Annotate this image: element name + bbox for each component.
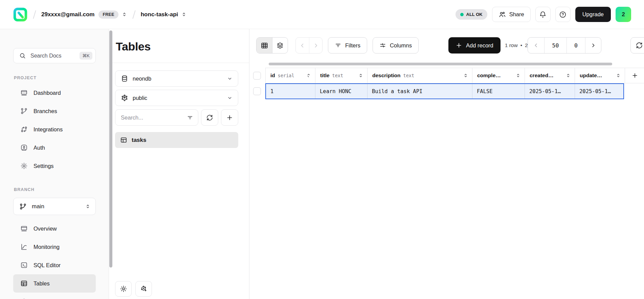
branch-section-label: BRANCH (14, 187, 109, 192)
sidebar-item-auth[interactable]: Auth (13, 138, 96, 157)
breadcrumb-org[interactable]: 29xxxx@gmail.com (41, 11, 94, 18)
column-header-id[interactable]: id serial (265, 68, 315, 83)
gear-icon (120, 285, 127, 293)
project-switcher-chevron-icon[interactable] (181, 12, 187, 17)
forward-button[interactable] (309, 38, 322, 53)
search-docs-input[interactable]: Search Docs ⌘K (13, 48, 96, 63)
page-size-field[interactable]: 50 (544, 38, 567, 53)
sort-icon[interactable] (515, 73, 521, 78)
notification-count-badge[interactable]: 2 (616, 7, 631, 22)
page-title: Tables (109, 29, 249, 63)
filter-icon (187, 114, 193, 121)
org-switcher-chevron-icon[interactable] (121, 12, 127, 17)
page-next-button[interactable] (585, 38, 601, 53)
add-record-label: Add record (466, 42, 493, 49)
selected-branch-label: main (32, 203, 44, 210)
column-header-created[interactable]: created… (525, 68, 575, 83)
filters-label: Filters (345, 42, 360, 49)
pagination-control: 50 0 (528, 37, 601, 54)
filters-button[interactable]: Filters (328, 37, 367, 54)
horizontal-scrollbar[interactable] (269, 63, 612, 65)
layers-view-button[interactable] (272, 38, 288, 53)
refresh-icon (636, 42, 643, 49)
column-header-description[interactable]: description text (367, 68, 472, 83)
add-record-button[interactable]: Add record (448, 37, 501, 54)
columns-label: Columns (390, 42, 412, 49)
help-button[interactable] (555, 7, 571, 22)
column-header-updated[interactable]: update… (575, 68, 625, 83)
export-schema-button[interactable] (135, 281, 152, 297)
schema-download-icon (140, 285, 148, 293)
tables-icon (20, 280, 28, 287)
status-badge[interactable]: ALL OK (456, 9, 487, 20)
table-row: 1 Learn HONC Build a task API FALSE 2025… (249, 83, 644, 99)
row-checkbox[interactable] (253, 87, 261, 95)
branch-selector[interactable]: main (13, 198, 96, 215)
table-name: tasks (132, 137, 146, 144)
sidebar-item-sql-editor[interactable]: SQL Editor (13, 256, 96, 274)
page-prev-button[interactable] (528, 38, 544, 53)
page-offset-field[interactable]: 0 (567, 38, 585, 53)
chevron-down-icon (227, 95, 233, 101)
cell-completed[interactable]: FALSE (472, 84, 525, 99)
notifications-button[interactable] (535, 7, 551, 22)
people-icon (498, 11, 506, 18)
layers-icon (276, 42, 284, 49)
sort-icon[interactable] (358, 73, 363, 78)
add-table-button[interactable] (221, 109, 238, 126)
refresh-data-button[interactable] (630, 37, 644, 54)
top-header: 29xxxx@gmail.com FREE honc-task-api ALL … (0, 0, 644, 29)
add-column-button[interactable] (625, 68, 644, 83)
sort-icon[interactable] (565, 73, 571, 78)
sidebar-item-branches[interactable]: Branches (13, 102, 96, 120)
schema-selector-value: public (133, 95, 147, 101)
sort-icon[interactable] (306, 73, 311, 78)
breadcrumb-project[interactable]: honc-task-api (141, 11, 178, 18)
neon-logo[interactable] (13, 7, 28, 22)
cell-id[interactable]: 1 (266, 84, 315, 99)
keyboard-shortcut-badge: ⌘K (80, 52, 92, 60)
sidebar-item-overview[interactable]: Overview (13, 219, 96, 238)
overview-icon (20, 225, 28, 232)
search-docs-placeholder: Search Docs (30, 53, 75, 59)
cell-description[interactable]: Build a task API (367, 84, 472, 99)
grid-header-row: id serial title text description text (249, 68, 644, 83)
columns-button[interactable]: Columns (373, 37, 419, 54)
back-button[interactable] (296, 38, 309, 53)
column-header-completed[interactable]: comple… (472, 68, 525, 83)
sidebar-item-dashboard[interactable]: Dashboard (13, 84, 96, 102)
upgrade-button[interactable]: Upgrade (575, 7, 611, 22)
panel-settings-button[interactable] (115, 281, 132, 297)
branch-selector-chevron-icon (85, 204, 91, 209)
monitoring-chart-icon (20, 243, 28, 251)
selected-row[interactable]: 1 Learn HONC Build a task API FALSE 2025… (265, 83, 624, 99)
schema-selector[interactable]: public (115, 90, 238, 106)
refresh-tables-button[interactable] (201, 109, 218, 126)
sidebar-item-monitoring[interactable]: Monitoring (13, 238, 96, 256)
column-header-title[interactable]: title text (315, 68, 367, 83)
database-selector[interactable]: neondb (115, 70, 238, 87)
grid-view-icon (261, 42, 268, 49)
table-list-item-tasks[interactable]: tasks (115, 132, 238, 148)
sidebar-item-tables[interactable]: Tables (13, 274, 96, 293)
select-all-gutter (249, 68, 265, 83)
cell-title[interactable]: Learn HONC (315, 84, 367, 99)
grid-view-button[interactable] (257, 38, 272, 53)
view-mode-switch (256, 37, 288, 54)
project-section-label: PROJECT (14, 76, 109, 80)
table-search-input[interactable]: Search... (115, 109, 198, 126)
cell-updated[interactable]: 2025-05-1… (575, 84, 623, 99)
sidebar-item-label: Tables (34, 280, 50, 287)
select-all-checkbox[interactable] (253, 72, 261, 80)
vertical-scrollbar[interactable] (109, 30, 112, 268)
sort-icon[interactable] (616, 73, 621, 78)
share-button[interactable]: Share (492, 7, 531, 22)
row-count: 1 row (505, 42, 518, 48)
sidebar-item-settings[interactable]: Settings (13, 157, 96, 175)
auth-icon (20, 144, 28, 151)
sort-icon[interactable] (463, 73, 468, 78)
sidebar-item-integrations[interactable]: Integrations (13, 120, 96, 138)
settings-gear-icon (20, 162, 28, 170)
cell-created[interactable]: 2025-05-1… (525, 84, 575, 99)
sidebar-item-restore[interactable]: Restore (13, 293, 96, 299)
